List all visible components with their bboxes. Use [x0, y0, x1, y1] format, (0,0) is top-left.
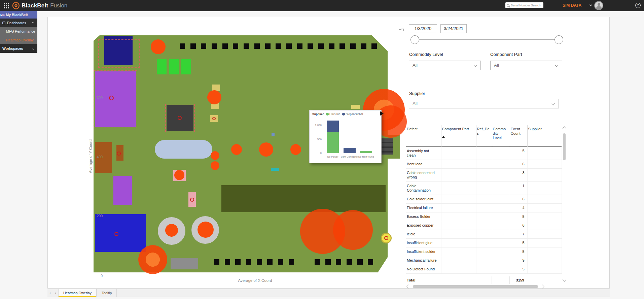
- sidebar-item-workspaces[interactable]: Workspaces: [0, 44, 37, 53]
- table-row[interactable]: Insufficient glue5: [406, 238, 562, 247]
- chevron-down-icon: [32, 47, 34, 49]
- heat-spot[interactable]: [174, 170, 184, 180]
- horizontal-scrollbar-thumb[interactable]: [413, 285, 538, 288]
- component-blue-dot: [272, 133, 275, 136]
- component-green-cap-3: [181, 59, 191, 74]
- chart-x-label: No Power: [324, 155, 342, 158]
- component-blue-chip: [95, 214, 146, 252]
- table-row[interactable]: Cable connected wrong3: [406, 168, 562, 181]
- heat-spot[interactable]: [151, 39, 166, 54]
- heat-spot[interactable]: [231, 144, 242, 155]
- search-icon: [507, 4, 509, 7]
- column-header-event-count[interactable]: Event Count: [510, 125, 527, 146]
- column-header-component-part[interactable]: Component Part: [441, 125, 476, 146]
- chevron-down-icon: [474, 64, 477, 67]
- date-slider-handle-left[interactable]: [410, 35, 419, 44]
- solder-pad: [235, 259, 241, 265]
- defect-marker[interactable]: [384, 236, 388, 240]
- search-input[interactable]: [511, 4, 541, 7]
- avatar[interactable]: [594, 1, 603, 10]
- sidebar-item-dashboards[interactable]: Dashboards: [0, 19, 37, 27]
- scroll-left-icon[interactable]: [406, 285, 410, 288]
- heat-spot[interactable]: [207, 90, 221, 104]
- y-axis-title: Average of Y Coord: [88, 133, 93, 180]
- solder-pad: [318, 43, 324, 49]
- sidebar-item-mfg-performance[interactable]: MFG Performance: [0, 27, 37, 36]
- component-olive-bar: [221, 185, 386, 212]
- heat-spot[interactable]: [211, 161, 219, 170]
- heat-spot[interactable]: [138, 245, 167, 274]
- component-gray-rect-bottom: [171, 258, 198, 269]
- commodity-level-value: All: [413, 63, 418, 68]
- app-launcher-icon[interactable]: [4, 3, 9, 8]
- scroll-right-icon[interactable]: [540, 285, 544, 288]
- defect-marker[interactable]: [114, 232, 118, 236]
- table-row[interactable]: Assembly not clean5: [406, 146, 562, 160]
- sidebar-item-my-blackbelt[interactable]: MB My BlackBelt: [0, 11, 37, 19]
- defect-marker[interactable]: [190, 198, 194, 202]
- table-row[interactable]: Electrical failure4: [406, 203, 562, 212]
- scroll-up-icon[interactable]: [562, 126, 566, 130]
- table-row[interactable]: Icicle7: [406, 230, 562, 238]
- solder-pad: [190, 43, 196, 49]
- heat-spot[interactable]: [211, 151, 219, 160]
- component-khaki-4: [351, 105, 360, 109]
- solder-pad: [368, 259, 373, 265]
- tab-tooltip[interactable]: Tooltip: [97, 289, 117, 297]
- date-end-field[interactable]: 3/24/2021: [440, 24, 467, 33]
- defect-marker[interactable]: [117, 152, 121, 156]
- component-part-select[interactable]: All: [490, 61, 562, 70]
- defect-marker[interactable]: [178, 116, 182, 120]
- column-header-defect[interactable]: Defect: [406, 125, 441, 146]
- table-row[interactable]: Bent lead6: [406, 160, 562, 168]
- sidebar-item-label: MFG Performance: [6, 29, 35, 33]
- tooltip-chart-card: Supplier HKG IncStepanGlobal 1,0005000No…: [309, 110, 382, 163]
- pad-row-bottom-left: [214, 259, 294, 265]
- date-slider-track[interactable]: [415, 39, 559, 40]
- popout-icon[interactable]: [399, 29, 403, 33]
- heat-spot[interactable]: [198, 222, 214, 238]
- table-row[interactable]: Cable Contamination1: [406, 181, 562, 195]
- table-row[interactable]: Exposed copper6: [406, 221, 562, 230]
- defect-marker[interactable]: [109, 96, 114, 100]
- heat-spot[interactable]: [333, 210, 373, 250]
- help-icon[interactable]: ?: [635, 3, 641, 8]
- solder-pad: [308, 43, 313, 49]
- sidebar-item-heatmap-overlay[interactable]: Heatmap Overlay: [0, 36, 37, 44]
- solder-pad: [267, 259, 273, 265]
- chevron-up-icon: [32, 22, 34, 24]
- defect-marker[interactable]: [212, 117, 216, 120]
- scroll-down-icon[interactable]: [562, 278, 566, 281]
- total-value: 3159: [510, 276, 527, 284]
- date-slider-handle-right[interactable]: [554, 35, 563, 44]
- heat-spot[interactable]: [259, 142, 273, 157]
- defect-table: Defect Component Part Ref_Des Commodity …: [406, 125, 562, 274]
- date-start-field[interactable]: 1/3/2020: [409, 24, 437, 33]
- serial-number-search[interactable]: [505, 2, 543, 8]
- commodity-level-select[interactable]: All: [409, 61, 481, 70]
- tab-heatmap-overlay[interactable]: Heatmap Owerlay: [58, 289, 97, 297]
- component-part-label: Component Part: [490, 52, 522, 57]
- chart-y-tick: 0: [310, 152, 322, 155]
- solder-pad: [297, 43, 302, 49]
- table-row[interactable]: Cold solder joint6: [406, 195, 562, 203]
- table-row[interactable]: Excess Solder5: [406, 212, 562, 221]
- tab-next-icon[interactable]: ›: [53, 289, 58, 297]
- table-total-row: Total 3159: [406, 276, 562, 284]
- environment-menu[interactable]: SIM DATA: [563, 3, 581, 8]
- column-header-commodity-level[interactable]: Commodity Level: [492, 125, 510, 146]
- table-row[interactable]: Mechanical failure9: [406, 256, 562, 265]
- vertical-scrollbar-thumb[interactable]: [563, 133, 566, 160]
- supplier-select[interactable]: All: [409, 99, 559, 108]
- chevron-down-icon[interactable]: [589, 4, 592, 6]
- table-row[interactable]: No Defect Found5: [406, 265, 562, 273]
- heat-spot[interactable]: [290, 144, 301, 155]
- table-row[interactable]: Insufficient solder5: [406, 247, 562, 256]
- solder-pad: [225, 259, 230, 265]
- tab-prev-icon[interactable]: ‹: [47, 289, 53, 297]
- component-purple-small: [113, 176, 132, 205]
- column-header-supplier[interactable]: Supplier: [527, 125, 562, 146]
- column-header-ref-des[interactable]: Ref_Des: [476, 125, 492, 146]
- y-tick-400: 400: [93, 155, 103, 159]
- heat-spot[interactable]: [165, 224, 178, 237]
